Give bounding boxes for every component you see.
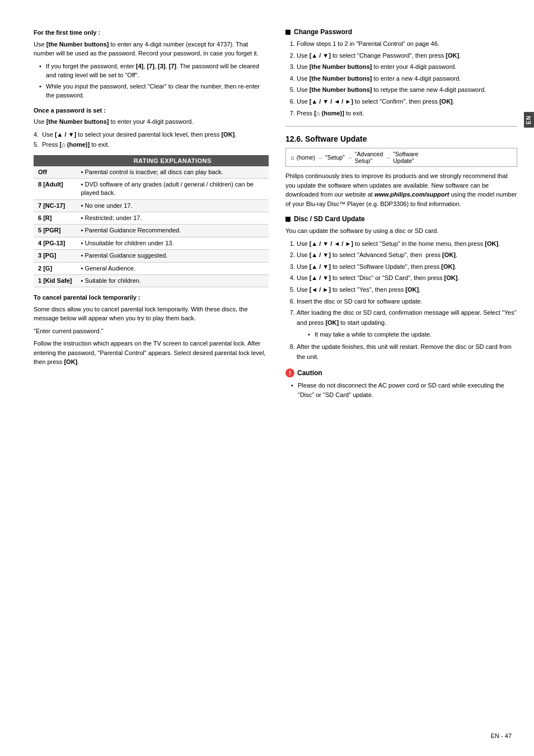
rating-desc-4: Unsuitable for children under 13. [77,237,269,249]
caution-heading-block: ! Caution [285,368,517,377]
table-row: Off Parental control is inactive; all di… [34,166,269,179]
nav-item-advanced-setup: "AdvancedSetup" [355,151,383,164]
rating-col-1 [34,155,77,166]
rating-label-7: 7 [NC-17] [34,199,77,212]
cancel-parental-heading: To cancel parental lock temporarily : [34,293,269,302]
step4: 4. Use [▲ / ▼] to select your desired pa… [34,130,269,139]
list-item: After loading the disc or SD card, confi… [297,308,517,340]
rating-label-1: 1 [Kid Safe] [34,275,77,287]
table-row: 4 [PG-13] Unsuitable for children under … [34,237,269,249]
cancel-p3: Follow the instruction which appears on … [34,339,269,367]
nav-arrow-1: → [317,155,323,161]
nav-item-software-update: "SoftwareUpdate" [393,151,418,164]
table-row: 6 [R] Restricted; under 17. [34,212,269,225]
change-password-heading: Change Password [294,28,352,36]
disc-sd-heading: Disc / SD Card Update [294,215,365,223]
list-item: Use [the Number buttons] to enter your 4… [297,62,517,72]
software-update-p1: Philips continuously tries to improve it… [285,171,517,208]
change-password-heading-block: Change Password [285,28,517,36]
right-column: Change Password Follow steps 1 to 2 in "… [285,22,517,734]
table-row: 3 [PG] Parental Guidance suggested. [34,250,269,262]
left-column: For the first time only : Use [the Numbe… [34,22,269,734]
rating-label-6: 6 [R] [34,212,77,225]
table-row: 1 [Kid Safe] Suitable for children. [34,275,269,287]
rating-desc-6: Restricted; under 17. [77,212,269,225]
rating-label-3: 3 [PG] [34,250,77,262]
nav-item-setup: "Setup" [325,154,345,161]
section-divider [285,126,517,127]
table-row: 7 [NC-17] No one under 17. [34,199,269,212]
square-bullet-icon [285,30,291,35]
caution-block: ! Caution Please do not disconnect the A… [285,368,517,399]
rating-label-8: 8 [Adult] [34,178,77,199]
table-row: 2 [G] General Audience. [34,262,269,274]
rating-desc-off: Parental control is inactive; all discs … [77,166,269,179]
list-item: Use [▲ / ▼] to select "Advanced Setup", … [297,250,517,260]
rating-desc-7: No one under 17. [77,199,269,212]
first-time-p1: Use [the Number buttons] to enter any 4-… [34,40,269,58]
list-item: Use [▲ / ▼ / ◄ / ►] to select "Confirm",… [297,97,517,107]
caution-bullet-list: Please do not disconnect the AC power co… [291,381,517,399]
list-item: Insert the disc or SD card for software … [297,297,517,307]
table-row: 8 [Adult] DVD software of any grades (ad… [34,178,269,199]
caution-heading-text: Caution [297,369,322,377]
side-tab: EN [524,112,534,128]
rating-table-body: Off Parental control is inactive; all di… [34,166,269,287]
rating-label-4: 4 [PG-13] [34,237,77,249]
disc-sd-p1: You can update the software by using a d… [285,226,517,236]
step5: 5. Press [⌂ (home)] to exit. [34,140,269,150]
rating-table: RATING EXPLANATIONS Off Parental control… [34,155,269,288]
nav-breadcrumb: ⌂ (home) → "Setup" → "AdvancedSetup" → "… [285,148,517,167]
rating-desc-2: General Audience. [77,262,269,274]
list-item: Use [▲ / ▼] to select "Software Update",… [297,262,517,272]
cancel-p1: Some discs allow you to cancel parental … [34,305,269,323]
disc-sd-steps: Use [▲ / ▼ / ◄ / ►] to select "Setup" in… [297,239,517,362]
nav-item-home: (home) [297,154,315,161]
list-item: Follow steps 1 to 2 in "Parental Control… [297,39,517,49]
list-item: Press [⌂ (home)] to exit. [297,109,517,119]
list-item: Use [▲ / ▼ / ◄ / ►] to select "Setup" in… [297,239,517,249]
page: EN For the first time only : Use [the Nu… [0,0,534,756]
page-number: EN - 47 [491,732,512,739]
once-password-heading: Once a password is set : [34,106,269,115]
first-time-bullet-1: If you forget the password, enter [4], [… [39,62,269,80]
first-time-heading: For the first time only : [34,28,269,38]
rating-label-5: 5 [PGR] [34,225,77,237]
list-item: Use [the Number buttons] to retype the s… [297,85,517,95]
caution-icon: ! [285,368,294,377]
list-item: It may take a while to complete the upda… [308,330,517,340]
caution-text: Please do not disconnect the AC power co… [291,381,517,399]
list-item: Use [the Number buttons] to enter a new … [297,74,517,84]
rating-desc-1: Suitable for children. [77,275,269,287]
rating-label-2: 2 [G] [34,262,77,274]
rating-label-off: Off [34,166,77,179]
list-item: Use [◄ / ►] to select "Yes", then press … [297,285,517,295]
nav-arrow-2: → [347,155,353,161]
cancel-p2: "Enter current password." [34,326,269,336]
nav-arrow-3: → [385,155,391,161]
home-icon: ⌂ [291,154,294,161]
rating-desc-5: Parental Guidance Recommended. [77,225,269,237]
first-time-bullet-2: While you input the password, select "Cl… [39,82,269,100]
list-item: After the update finishes, this unit wil… [297,342,517,362]
list-item: Use [▲ / ▼] to select "Disc" or "SD Card… [297,273,517,283]
rating-desc-8: DVD software of any grades (adult / gene… [77,178,269,199]
disc-sd-heading-block: Disc / SD Card Update [285,215,517,223]
table-row: 5 [PGR] Parental Guidance Recommended. [34,225,269,237]
list-item: Use [▲ / ▼] to select "Change Password",… [297,51,517,61]
rating-desc-3: Parental Guidance suggested. [77,250,269,262]
change-password-steps: Follow steps 1 to 2 in "Parental Control… [297,39,517,118]
once-password-p1: Use [the Number buttons] to enter your 4… [34,117,269,127]
sub-bullet-list: It may take a while to complete the upda… [308,330,517,340]
first-time-bullet-list: If you forget the password, enter [4], [… [39,62,269,100]
software-update-section-heading: 12.6. Software Update [285,134,517,143]
rating-col-2: RATING EXPLANATIONS [77,155,269,166]
square-bullet-icon-2 [285,217,291,222]
